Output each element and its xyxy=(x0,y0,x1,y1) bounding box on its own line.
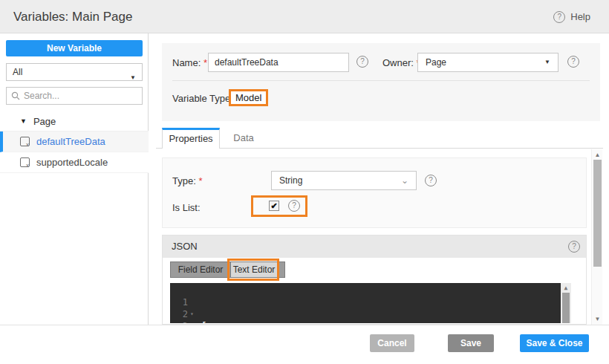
owner-help-icon[interactable]: ? xyxy=(567,56,579,68)
variable-type-value-annotated: Model xyxy=(229,89,268,106)
properties-panel xyxy=(162,157,587,228)
tab-data[interactable]: Data xyxy=(220,128,267,149)
type-selected-value: String xyxy=(279,175,302,186)
is-list-help-icon[interactable]: ? xyxy=(288,200,300,212)
content-scroll-thumb[interactable] xyxy=(593,160,602,267)
footer-bar: Cancel Save Save & Close xyxy=(0,325,609,364)
chevron-down-icon: ▼ xyxy=(544,53,550,71)
type-select[interactable]: String ⌄ xyxy=(271,171,417,190)
cancel-button[interactable]: Cancel xyxy=(370,334,414,352)
model-variable-icon: x xyxy=(20,157,30,167)
variables-dialog: Variables: Main Page ? Help New Variable… xyxy=(0,0,609,364)
help-button[interactable]: ? Help xyxy=(553,0,590,33)
divider xyxy=(172,80,590,81)
code-line: 4 ····"label": "Item 1", xyxy=(170,320,571,323)
code-line: 2 ▾ ··{ xyxy=(170,296,571,308)
page-title: Variables: Main Page xyxy=(13,0,132,33)
editor-scrollbar[interactable]: ▲ xyxy=(561,283,571,323)
save-and-close-button[interactable]: Save & Close xyxy=(520,334,589,352)
code-line: 1 ▾ [ xyxy=(170,285,571,296)
tree-item-label: supportedLocale xyxy=(36,157,108,168)
json-code-editor[interactable]: 1 ▾ [ 2 ▾ ··{ 3 ····"id": 1, 4 ····"labe… xyxy=(170,283,571,323)
owner-label: Owner: * xyxy=(382,57,420,68)
json-section-header: JSON ? xyxy=(163,235,586,258)
scroll-up-icon[interactable]: ▲ xyxy=(561,285,571,291)
titlebar: Variables: Main Page ? Help xyxy=(0,0,609,33)
variables-sidebar: New Variable All ▼ ▼ Page x defaultTreeD… xyxy=(0,33,149,325)
name-help-icon[interactable]: ? xyxy=(356,56,368,68)
is-list-label: Is List: xyxy=(172,202,201,213)
tree-item-defaulttreedata[interactable]: x defaultTreeData xyxy=(0,131,149,152)
tree-collapse-icon: ▼ xyxy=(20,117,27,125)
is-list-checkbox[interactable]: ✔ xyxy=(269,201,279,211)
owner-selected-value: Page xyxy=(426,57,446,68)
variable-type-value: Model xyxy=(235,92,261,103)
required-asterisk: * xyxy=(198,175,202,186)
tree-group-label: Page xyxy=(33,116,56,127)
variable-search xyxy=(6,87,143,105)
json-section-title: JSON xyxy=(172,235,198,258)
model-variable-icon: x xyxy=(20,137,30,146)
save-button[interactable]: Save xyxy=(448,334,494,352)
field-editor-button[interactable]: Field Editor xyxy=(171,262,230,277)
variable-header-form: Name: * ? Owner: * Page ▼ ? Variable Typ… xyxy=(162,43,600,121)
help-question-icon: ? xyxy=(553,11,565,23)
content-scrollbar[interactable]: ▲ ▼ xyxy=(591,149,602,325)
code-line: 3 ····"id": 1, xyxy=(170,308,571,320)
filter-selected-value: All xyxy=(13,67,22,77)
editor-scroll-thumb[interactable] xyxy=(562,293,570,323)
variable-type-label: Variable Type: xyxy=(172,93,233,104)
json-section: JSON ? Field Editor Text Editor 1 ▾ [ 2 … xyxy=(162,235,587,325)
search-icon xyxy=(11,91,20,100)
editor-mode-toggle: Field Editor Text Editor xyxy=(170,261,285,278)
variable-filter-select[interactable]: All ▼ xyxy=(6,63,143,81)
owner-select[interactable]: Page ▼ xyxy=(417,53,558,72)
name-input[interactable] xyxy=(208,53,349,72)
required-asterisk: * xyxy=(203,57,207,68)
search-input[interactable] xyxy=(24,91,128,101)
tree-group-page[interactable]: ▼ Page xyxy=(0,111,149,131)
name-label: Name: * xyxy=(172,57,207,68)
variables-tree: ▼ Page x defaultTreeData x supportedLoca… xyxy=(0,111,149,173)
scroll-up-icon[interactable]: ▲ xyxy=(592,152,603,158)
toggle-group-end xyxy=(278,262,284,277)
text-editor-button[interactable]: Text Editor xyxy=(230,262,278,277)
help-label: Help xyxy=(570,11,590,22)
scroll-down-icon[interactable]: ▼ xyxy=(592,316,603,322)
tab-properties[interactable]: Properties xyxy=(162,128,220,149)
type-help-icon[interactable]: ? xyxy=(425,175,437,186)
type-label: Type: * xyxy=(172,175,202,186)
new-variable-button[interactable]: New Variable xyxy=(6,40,143,56)
chevron-down-icon: ⌄ xyxy=(401,171,408,190)
json-help-icon[interactable]: ? xyxy=(568,241,580,253)
tree-item-supportedlocale[interactable]: x supportedLocale xyxy=(0,152,149,173)
tree-item-label: defaultTreeData xyxy=(36,136,105,147)
chevron-down-icon: ▼ xyxy=(130,70,136,86)
